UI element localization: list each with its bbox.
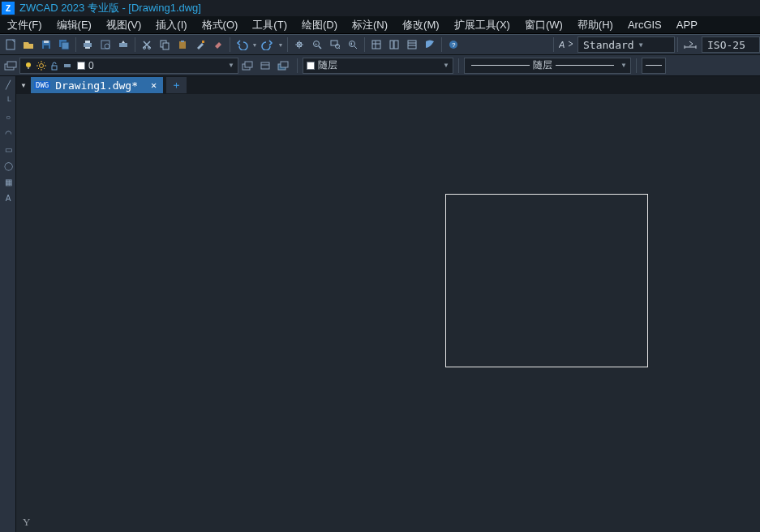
- linetype-select[interactable]: 随层 ▼: [464, 58, 631, 74]
- palette-ellipse-icon[interactable]: ◯: [0, 157, 16, 174]
- menu-modify[interactable]: 修改(M): [395, 16, 447, 33]
- color-select[interactable]: 随层 ▼: [303, 58, 453, 74]
- menu-format[interactable]: 格式(O): [195, 16, 246, 33]
- svg-rect-7: [85, 41, 90, 43]
- svg-rect-27: [372, 41, 380, 49]
- toolbar-separator: [441, 37, 442, 52]
- saveas-icon[interactable]: [55, 36, 73, 54]
- help-icon[interactable]: ?: [444, 36, 462, 54]
- undo-dropdown-icon[interactable]: ▼: [251, 36, 259, 54]
- redo-dropdown-icon[interactable]: ▼: [277, 36, 285, 54]
- palette-polyline-icon[interactable]: └: [0, 92, 16, 109]
- menu-file[interactable]: 文件(F): [0, 16, 49, 33]
- design-center-icon[interactable]: [385, 36, 403, 54]
- calc-icon[interactable]: [421, 36, 439, 54]
- svg-text:?: ?: [452, 41, 456, 49]
- svg-rect-16: [179, 41, 186, 49]
- layer-states-icon[interactable]: [256, 57, 274, 75]
- layers-toolbar: 0 ▼ 随层 ▼ 随层 ▼: [0, 55, 760, 76]
- open-icon[interactable]: [19, 36, 37, 54]
- text-style-icon[interactable]: A: [556, 36, 578, 54]
- svg-rect-15: [163, 43, 169, 49]
- zoom-previous-icon[interactable]: [344, 36, 362, 54]
- menu-insert[interactable]: 插入(I): [148, 16, 194, 33]
- dim-style-value: ISO-25: [707, 39, 745, 51]
- svg-rect-2: [44, 45, 49, 49]
- layer-previous-icon[interactable]: [238, 57, 256, 75]
- save-icon[interactable]: [37, 36, 55, 54]
- menu-dim[interactable]: 标注(N): [345, 16, 395, 33]
- svg-rect-51: [52, 66, 57, 70]
- toolbar-separator: [75, 37, 76, 52]
- new-icon[interactable]: [2, 36, 19, 54]
- tool-palettes-icon[interactable]: [403, 36, 421, 54]
- toolbar-separator: [287, 37, 288, 52]
- palette-hatch-icon[interactable]: ▦: [0, 174, 16, 190]
- lineweight-select[interactable]: [642, 58, 666, 74]
- menu-ext[interactable]: 扩展工具(X): [447, 16, 517, 33]
- undo-icon[interactable]: [233, 36, 251, 54]
- zoom-window-icon[interactable]: [326, 36, 344, 54]
- svg-line-25: [339, 48, 340, 49]
- eraser-icon[interactable]: [209, 36, 227, 54]
- document-tab[interactable]: DWG Drawing1.dwg* ✕: [31, 77, 163, 93]
- copy-icon[interactable]: [156, 36, 174, 54]
- pan-icon[interactable]: [290, 36, 308, 54]
- menu-help[interactable]: 帮助(H): [570, 16, 620, 33]
- ucs-axis-label: Y: [23, 516, 30, 529]
- print-preview-icon[interactable]: [97, 36, 114, 54]
- svg-line-49: [44, 62, 45, 63]
- drawn-rectangle[interactable]: [445, 194, 648, 367]
- menu-tools[interactable]: 工具(T): [245, 16, 294, 33]
- print-icon[interactable]: [79, 36, 97, 54]
- menu-window[interactable]: 窗口(W): [517, 16, 570, 33]
- tab-close-icon[interactable]: ✕: [151, 79, 157, 91]
- svg-rect-55: [261, 62, 269, 69]
- redo-icon[interactable]: [259, 36, 277, 54]
- color-value: 随层: [318, 58, 337, 72]
- palette-rectangle-icon[interactable]: ▭: [0, 141, 16, 157]
- zoom-realtime-icon[interactable]: +: [308, 36, 326, 54]
- properties-icon[interactable]: [367, 36, 385, 54]
- lineweight-line-icon: [646, 65, 662, 66]
- palette-arc-icon[interactable]: ◠: [0, 125, 16, 141]
- menu-edit[interactable]: 编辑(E): [49, 16, 99, 33]
- toolbar-separator: [458, 58, 459, 73]
- menu-view[interactable]: 视图(V): [99, 16, 148, 33]
- text-style-select[interactable]: Standard ▼: [578, 36, 675, 53]
- toolbar-separator: [553, 37, 554, 52]
- svg-rect-5: [62, 42, 69, 49]
- toolbar-separator: [636, 58, 637, 73]
- svg-rect-32: [408, 41, 416, 49]
- title-bar: Z ZWCAD 2023 专业版 - [Drawing1.dwg]: [0, 0, 760, 16]
- app-logo-icon: Z: [2, 2, 15, 15]
- linetype-line-icon: [556, 65, 614, 66]
- paste-icon[interactable]: [174, 36, 191, 54]
- document-tabstrip: ▼ DWG Drawing1.dwg* ✕ ＋: [16, 76, 760, 94]
- menu-draw[interactable]: 绘图(D): [294, 16, 345, 33]
- tab-add-button[interactable]: ＋: [166, 77, 187, 93]
- svg-line-47: [38, 62, 39, 63]
- menu-app[interactable]: APP: [669, 16, 705, 33]
- layer-select[interactable]: 0 ▼: [19, 58, 238, 74]
- palette-circle-icon[interactable]: ○: [0, 109, 16, 125]
- layer-properties-icon[interactable]: [2, 57, 19, 75]
- match-properties-icon[interactable]: [191, 36, 209, 54]
- dim-style-icon[interactable]: [681, 36, 702, 54]
- drawing-canvas[interactable]: Y: [16, 94, 760, 532]
- svg-text:+: +: [315, 41, 318, 46]
- tablist-menu-icon[interactable]: ▼: [16, 82, 31, 89]
- color-swatch-icon: [307, 62, 315, 70]
- palette-text-icon[interactable]: A: [0, 190, 16, 206]
- menu-arcgis[interactable]: ArcGIS: [620, 16, 669, 33]
- text-style-value: Standard: [583, 39, 634, 51]
- publish-icon[interactable]: [114, 36, 132, 54]
- window-title: ZWCAD 2023 专业版 - [Drawing1.dwg]: [19, 1, 201, 15]
- cut-icon[interactable]: [138, 36, 156, 54]
- dim-style-select[interactable]: ISO-25: [702, 36, 760, 53]
- toolbar-separator: [677, 37, 678, 52]
- menu-bar: 文件(F) 编辑(E) 视图(V) 插入(I) 格式(O) 工具(T) 绘图(D…: [0, 16, 760, 34]
- layer-iso-icon[interactable]: [274, 57, 292, 75]
- palette-line-icon[interactable]: ╱: [0, 76, 16, 92]
- svg-rect-39: [7, 62, 16, 67]
